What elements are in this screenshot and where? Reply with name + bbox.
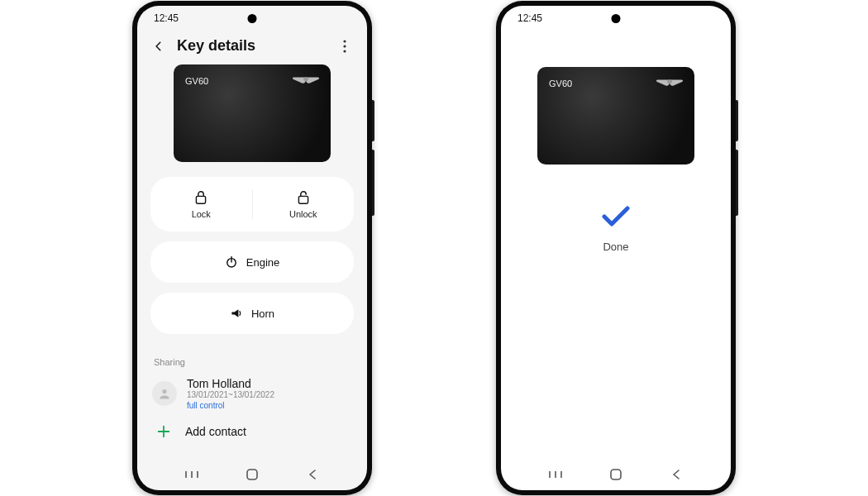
status-time: 12:45 <box>154 12 179 24</box>
unlock-button[interactable]: Unlock <box>253 190 355 219</box>
svg-point-3 <box>303 77 308 81</box>
svg-point-0 <box>343 40 346 42</box>
back-icon <box>307 469 318 480</box>
more-options-button[interactable] <box>337 40 352 53</box>
nav-back-button[interactable] <box>660 465 693 484</box>
add-contact-button[interactable]: Add contact <box>150 415 354 443</box>
genesis-wings-logo-icon <box>655 77 684 92</box>
svg-point-1 <box>343 45 346 47</box>
camera-hole <box>612 14 621 23</box>
horn-icon <box>230 307 243 320</box>
svg-rect-14 <box>247 470 257 479</box>
screen: 12:45 GV60 Done <box>501 6 731 490</box>
svg-point-2 <box>343 50 346 52</box>
contact-permission: full control <box>187 401 274 410</box>
home-icon <box>609 468 622 481</box>
chevron-left-icon <box>153 41 165 52</box>
digital-key-card[interactable]: GV60 <box>537 67 694 165</box>
lock-button[interactable]: Lock <box>150 190 252 219</box>
done-label: Done <box>603 241 628 253</box>
unlock-label: Unlock <box>289 209 317 219</box>
spacer <box>501 31 731 67</box>
svg-point-8 <box>162 389 166 393</box>
nav-home-button[interactable] <box>599 465 632 484</box>
navigation-bar <box>137 459 367 490</box>
engine-button[interactable]: Engine <box>150 241 354 283</box>
checkmark-icon <box>599 204 632 229</box>
nav-recents-button[interactable] <box>175 465 208 484</box>
svg-rect-19 <box>611 470 621 479</box>
camera-hole <box>248 14 257 23</box>
add-contact-label: Add contact <box>185 425 246 438</box>
plus-icon <box>155 423 172 440</box>
contact-dates: 13/01/2021~13/01/2022 <box>187 390 274 399</box>
svg-rect-5 <box>298 196 308 203</box>
done-status: Done <box>514 204 718 253</box>
page-title: Key details <box>177 37 326 55</box>
unlock-icon <box>297 190 310 205</box>
power-icon <box>225 255 238 269</box>
lock-unlock-panel: Lock Unlock <box>150 177 354 231</box>
digital-key-card[interactable]: GV60 <box>174 64 331 162</box>
shared-contact-row[interactable]: Tom Holland 13/01/2021~13/01/2022 full c… <box>150 372 354 415</box>
engine-label: Engine <box>246 256 279 269</box>
horn-label: Horn <box>251 308 274 320</box>
person-icon <box>158 387 171 400</box>
more-vertical-icon <box>343 40 346 53</box>
back-icon <box>670 469 682 480</box>
nav-home-button[interactable] <box>236 465 269 484</box>
status-time: 12:45 <box>517 12 542 24</box>
content-area: GV60 Lock <box>137 64 367 443</box>
phone-device-left: 12:45 Key details GV60 <box>132 1 372 495</box>
svg-rect-4 <box>197 196 206 203</box>
recents-icon <box>548 470 563 479</box>
navigation-bar <box>501 459 731 490</box>
lock-icon <box>194 190 207 205</box>
svg-point-15 <box>667 79 672 83</box>
contact-info: Tom Holland 13/01/2021~13/01/2022 full c… <box>187 377 274 410</box>
app-bar: Key details <box>137 31 367 64</box>
genesis-wings-logo-icon <box>291 74 321 89</box>
horn-button[interactable]: Horn <box>150 293 354 334</box>
home-icon <box>246 468 259 481</box>
content-area: GV60 Done <box>501 67 731 253</box>
screen: 12:45 Key details GV60 <box>137 6 367 490</box>
lock-label: Lock <box>192 209 211 219</box>
phone-device-right: 12:45 GV60 Done <box>496 1 736 495</box>
avatar <box>152 381 177 406</box>
nav-back-button[interactable] <box>296 465 329 484</box>
recents-icon <box>184 470 199 479</box>
nav-recents-button[interactable] <box>539 465 572 484</box>
contact-name: Tom Holland <box>187 377 274 390</box>
sharing-section-header: Sharing <box>150 344 354 372</box>
back-button[interactable] <box>152 40 165 53</box>
